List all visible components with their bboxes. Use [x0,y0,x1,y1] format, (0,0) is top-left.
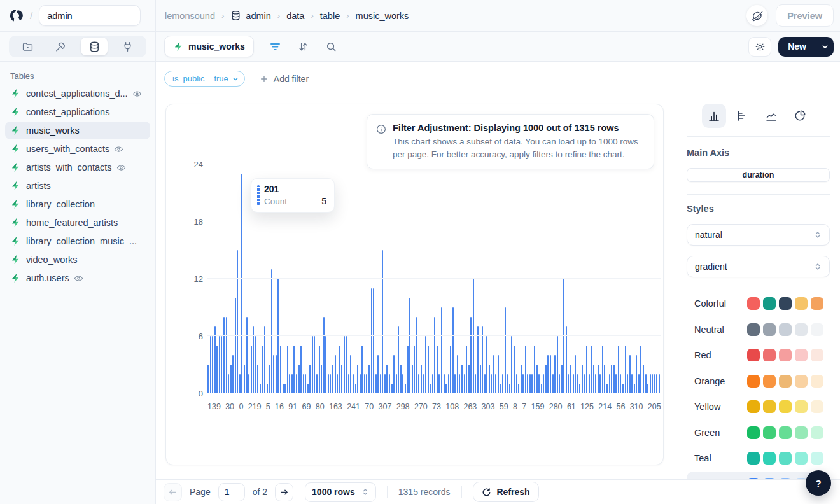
chart-bar[interactable] [364,374,365,393]
chart-bar[interactable] [613,365,615,393]
chart-bar[interactable] [380,374,381,393]
chart-bar[interactable] [416,317,417,393]
chart-bar[interactable] [505,307,506,393]
chart-bar[interactable] [418,374,419,393]
database-tab-icon[interactable] [81,38,108,55]
chart-bar[interactable] [527,374,528,393]
palette-row-teal[interactable]: Teal [687,445,830,472]
chart-bar[interactable] [566,326,567,393]
chart-bar[interactable] [341,365,342,393]
chart-bar[interactable] [235,298,236,393]
chart-bar[interactable] [400,365,402,393]
chart-bar[interactable] [407,346,409,393]
sidebar-table-item[interactable]: home_featured_artists [5,214,150,232]
chart-bar[interactable] [425,336,426,393]
chart-bar[interactable] [656,374,657,393]
chart-bar[interactable] [659,374,660,393]
add-filter-button[interactable]: Add filter [260,74,309,84]
chart-bar[interactable] [402,374,403,393]
chart-bar[interactable] [543,374,544,393]
palette-row-orange[interactable]: Orange [687,368,830,395]
chart-bar[interactable] [223,317,225,393]
chart-bar[interactable] [461,365,463,393]
chart-bar[interactable] [276,355,277,393]
chart-bar[interactable] [214,326,216,393]
chart-bar[interactable] [344,336,345,393]
chart-bar[interactable] [277,279,279,393]
palette-row-yellow[interactable]: Yellow [687,394,830,420]
sidebar-table-item[interactable]: video_works [5,251,150,269]
chart-bar[interactable] [495,374,496,393]
chart-bar[interactable] [570,365,571,393]
chart-bar[interactable] [531,374,533,393]
sidebar-table-item[interactable]: contest_applications_d... [5,85,150,102]
chart-bar[interactable] [475,374,476,393]
chart-bar[interactable] [212,336,213,393]
chart-bar[interactable] [568,374,569,393]
chart-bar[interactable] [480,365,481,393]
chart-bar[interactable] [210,336,211,393]
chart-bar[interactable] [464,374,465,393]
app-logo-icon[interactable] [9,8,24,23]
chart-bar[interactable] [595,374,596,393]
chart-bar[interactable] [536,365,538,393]
chart-bar[interactable] [602,346,603,393]
chart-bar[interactable] [615,374,617,393]
chart-bar[interactable] [357,365,358,393]
chart-bar[interactable] [414,346,415,393]
chart-bar[interactable] [319,346,320,393]
chart-bar[interactable] [441,307,442,393]
table-title-button[interactable]: music_works [164,36,254,57]
chart-bar[interactable] [273,355,274,393]
chart-bar[interactable] [353,374,354,393]
page-number-input[interactable] [218,483,245,501]
chart-bar[interactable] [360,374,361,393]
rows-per-page-select[interactable]: 1000 rows [305,482,376,502]
chart-bar[interactable] [521,365,522,393]
new-record-dropdown-button[interactable] [816,37,834,57]
chart-bar[interactable] [368,365,370,393]
settings-gear-button[interactable] [748,37,771,57]
chart-bar[interactable] [246,317,248,393]
chart-bar[interactable] [500,384,501,393]
chart-bar[interactable] [559,374,560,393]
plug-icon[interactable] [115,38,141,55]
chart-bar[interactable] [518,384,519,393]
search-icon[interactable] [326,41,337,52]
breadcrumb-workspace[interactable]: lemonsound [165,11,215,21]
chart-bar[interactable] [330,374,331,393]
chart-bar[interactable] [525,346,526,393]
chart-bar[interactable] [545,365,547,393]
help-button[interactable]: ? [806,470,831,496]
chart-bar[interactable] [652,374,653,393]
chart-bar[interactable] [589,374,590,393]
new-record-button[interactable]: New [778,37,816,57]
chart-bar[interactable] [493,355,494,393]
breadcrumb-section[interactable]: data [286,11,304,21]
sidebar-table-item[interactable]: contest_applications [5,103,150,121]
chart-bar[interactable] [382,250,383,393]
sidebar-table-item[interactable]: users_with_contacts [5,140,150,158]
chart-bar[interactable] [293,346,295,393]
chart-bar[interactable] [622,384,624,393]
chart-bar[interactable] [361,346,363,393]
chart-bar[interactable] [470,317,472,393]
chart-bar[interactable] [393,355,395,393]
chart-bar[interactable] [529,374,531,393]
chart-bar[interactable] [507,374,508,393]
chart-bar[interactable] [371,288,372,393]
chart-bar[interactable] [328,374,329,393]
chart-bar[interactable] [284,384,286,393]
chart-bar[interactable] [434,317,435,393]
chart-bar[interactable] [305,374,306,393]
chart-bar[interactable] [291,374,293,393]
chart-bar[interactable] [228,374,229,393]
chart-type-bar-vertical-icon[interactable] [702,104,726,128]
chart-bar[interactable] [554,355,556,393]
chart-bar[interactable] [584,374,585,393]
chart-bar[interactable] [409,298,410,393]
chart-bar[interactable] [502,374,503,393]
chart-bar[interactable] [298,365,300,393]
chart-bar[interactable] [237,250,238,393]
chart-bar[interactable] [221,336,222,393]
